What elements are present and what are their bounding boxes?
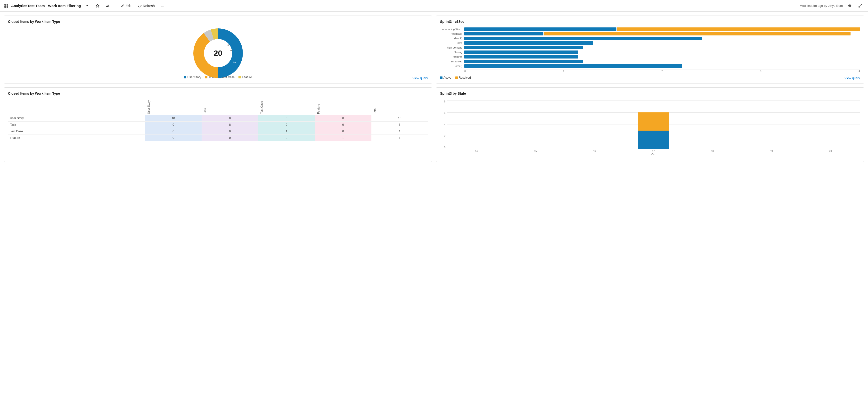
- x-label-17: 17: [652, 150, 655, 152]
- bar-row: (other): [440, 64, 860, 68]
- expand-button[interactable]: [856, 3, 864, 9]
- y-label-0: 0: [444, 146, 445, 149]
- pivot-col-header-label: User Story: [147, 99, 150, 114]
- pivot-cell: 0: [315, 115, 371, 122]
- pivot-cell: 8: [371, 121, 428, 128]
- sprint3-state-title: Sprint3 by State: [440, 92, 860, 95]
- bar-axis-label: 0: [464, 70, 466, 72]
- bar-seg-active: [638, 130, 669, 149]
- star-button[interactable]: [94, 3, 101, 9]
- sprint3-bar-title: Sprint3 - c38ec: [440, 20, 860, 24]
- y-label-4: 4: [444, 123, 445, 126]
- y-label-8: 8: [444, 100, 445, 103]
- bar-row-label: filtering: [440, 51, 464, 54]
- donut-container: 1 1 10 8 20 User Story: [8, 26, 428, 79]
- pivot-cell: 0: [145, 134, 202, 141]
- svg-text:10: 10: [233, 60, 237, 64]
- sprint3-state-card: Sprint3 by State 8 6 4 2 0: [436, 87, 864, 162]
- bar-seg-active: [464, 51, 578, 54]
- pivot-cell: 0: [145, 128, 202, 134]
- bar-track: [464, 51, 860, 54]
- x-label-15: 15: [534, 150, 537, 152]
- people-button[interactable]: [104, 3, 112, 9]
- pivot-row: Feature00011: [8, 134, 428, 141]
- pivot-table-title: Closed Items by Work Item Type: [8, 92, 428, 95]
- pivot-cell: 10: [371, 115, 428, 122]
- bar-seg-active: [464, 41, 593, 45]
- bar-seg-active: [464, 64, 682, 68]
- pivot-cell: 0: [202, 115, 258, 122]
- vbar-bars-area: [447, 100, 860, 149]
- x-label-14: 14: [475, 150, 478, 152]
- ellipsis-button[interactable]: ...: [159, 3, 166, 9]
- svg-point-6: [108, 5, 109, 6]
- bar-axis-labels: 01234: [464, 70, 860, 72]
- svg-text:1: 1: [227, 43, 229, 47]
- bar-track: [464, 60, 860, 63]
- bar-axis-label: 2: [661, 70, 663, 72]
- x-label-18: 18: [711, 150, 714, 152]
- y-label-2: 2: [444, 135, 445, 138]
- sprint3-bar-view-query[interactable]: View query: [844, 76, 860, 80]
- bar-row: features: [440, 55, 860, 59]
- bar-row-label: (other): [440, 65, 464, 67]
- bar-row-label: Introducing Wor...: [440, 28, 464, 31]
- bar-seg-resolved: [544, 32, 850, 35]
- bar-row-label: high demand: [440, 46, 464, 49]
- bar-axis-label: 1: [563, 70, 564, 72]
- bar-row: new: [440, 41, 860, 45]
- svg-rect-0: [4, 4, 6, 6]
- pivot-cell: 0: [202, 134, 258, 141]
- bar-legend-dot-active: [440, 77, 442, 79]
- bar-track: [464, 41, 860, 45]
- pivot-cell: 1: [315, 134, 371, 141]
- pivot-cell: 0: [202, 128, 258, 134]
- pivot-col-header: Task: [202, 98, 258, 115]
- bar-seg-resolved: [638, 112, 669, 130]
- bar-legend-label-resolved: Resolved: [459, 76, 471, 79]
- grid-icon: [4, 3, 9, 8]
- vbar-yaxis: 8 6 4 2 0: [440, 100, 447, 149]
- bar-row: enhanced: [440, 60, 860, 63]
- donut-chart-card: Closed Items by Work Item Type 1 1: [4, 16, 432, 84]
- bar-track: [464, 37, 860, 40]
- pivot-col-header-label: Feature: [317, 103, 320, 114]
- svg-point-5: [106, 5, 107, 6]
- bar-row-label: (blank): [440, 37, 464, 40]
- stacked-bar-group: [638, 100, 669, 149]
- bar-seg-active: [464, 60, 583, 63]
- bar-chart: Introducing Wor...feedback(blank)newhigh…: [440, 26, 860, 73]
- main-content: Closed Items by Work Item Type 1 1: [0, 12, 868, 166]
- bar-seg-active: [464, 46, 583, 49]
- pivot-col-header: User Story: [145, 98, 202, 115]
- bar-axis-label: 3: [760, 70, 762, 72]
- pivot-col-header-label: Total: [373, 107, 377, 114]
- bar-chart-legend: Active Resolved: [440, 76, 860, 79]
- bar-row: (blank): [440, 37, 860, 40]
- bar-legend-active: Active: [440, 76, 452, 79]
- svg-rect-1: [6, 4, 8, 6]
- bar-legend-resolved: Resolved: [455, 76, 471, 79]
- vbar-xaxis: 14 15 16 17 18 19 20: [447, 150, 860, 152]
- chevron-down-button[interactable]: [84, 3, 91, 9]
- y-label-6: 6: [444, 112, 445, 114]
- divider: [115, 3, 115, 9]
- bar-seg-resolved: [617, 27, 860, 31]
- edit-button[interactable]: Edit: [119, 3, 133, 9]
- donut1-view-query[interactable]: View query: [412, 76, 428, 80]
- refresh-button[interactable]: Refresh: [136, 3, 157, 9]
- bar-track: [464, 64, 860, 68]
- modified-text: Modified 3m ago by Jihye Eom: [800, 4, 843, 7]
- settings-button[interactable]: [846, 3, 854, 9]
- bar-row-label: new: [440, 41, 464, 44]
- vbar-main: 8 6 4 2 0: [440, 100, 860, 149]
- svg-rect-3: [6, 6, 8, 8]
- topbar-right: Modified 3m ago by Jihye Eom: [800, 3, 864, 9]
- svg-marker-4: [96, 4, 99, 7]
- bar-track: [464, 32, 860, 35]
- pivot-cell: 1: [258, 128, 315, 134]
- pivot-cell: 1: [371, 134, 428, 141]
- bar-row: filtering: [440, 51, 860, 54]
- bar-seg-active: [464, 27, 616, 31]
- bar-legend-label-active: Active: [443, 76, 452, 79]
